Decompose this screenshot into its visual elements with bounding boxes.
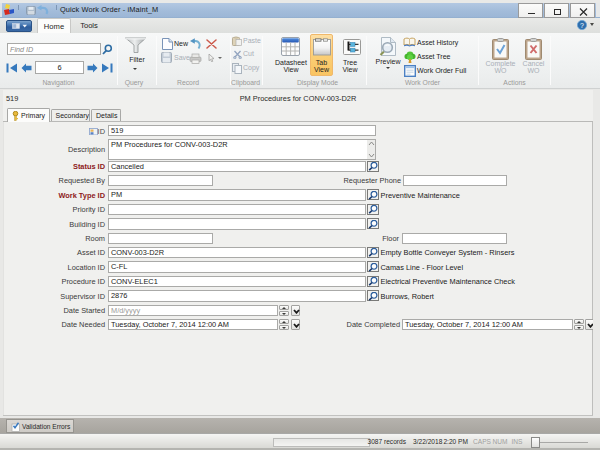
svg-text:?: ? — [580, 22, 584, 29]
